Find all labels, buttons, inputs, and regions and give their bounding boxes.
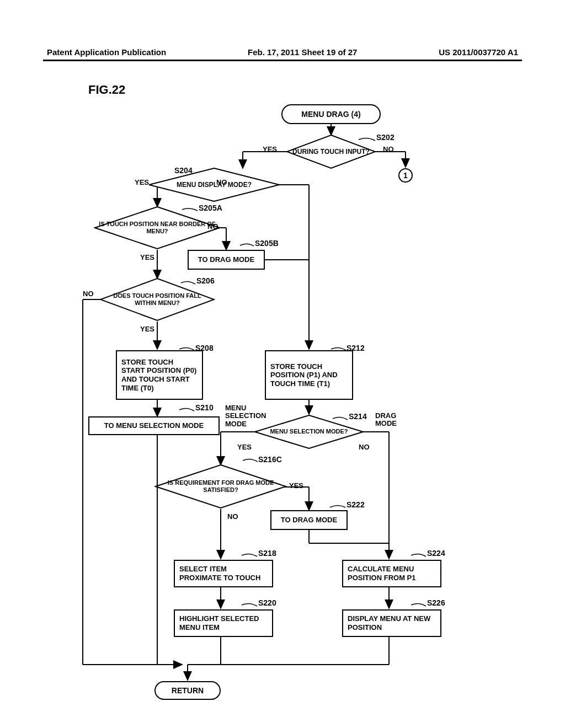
step-label-s205b: S205B [255,239,279,248]
branch-label-drag-mode: DRAG MODE [375,412,408,428]
step-label-s216c: S216C [258,455,282,464]
label-yes: YES [289,481,303,490]
header-rule [43,60,522,61]
figure-label: FIG.22 [88,83,125,97]
step-label-s212: S212 [347,344,365,352]
decision-s214-text: MENU SELECTION MODE? [265,428,352,435]
decision-s216c: IS REQUIREMENT FOR DRAG MODE SATISFIED? [154,464,287,509]
decision-s202-text: DURING TOUCH INPUT? [288,148,374,156]
step-label-s214: S214 [349,412,367,421]
step-label-s222: S222 [347,500,365,509]
step-label-s226: S226 [427,598,445,607]
decision-s216c-text: IS REQUIREMENT FOR DRAG MODE SATISFIED? [154,479,287,494]
process-s224: CALCULATE MENU POSITION FROM P1 [342,560,441,587]
step-label-s224: S224 [427,549,445,558]
process-s218: SELECT ITEM PROXIMATE TO TOUCH [174,560,273,587]
process-s208: STORE TOUCH START POSITION (P0) AND TOUC… [116,350,203,400]
decision-s202: DURING TOUCH INPUT? [286,134,376,169]
label-yes: YES [140,253,154,261]
header-center: Feb. 17, 2011 Sheet 19 of 27 [248,47,357,57]
label-yes: YES [140,325,154,333]
label-no: NO [83,290,94,298]
process-s205b: TO DRAG MODE [188,250,265,270]
step-label-s205a: S205A [199,204,222,212]
label-yes: YES [237,443,252,451]
flowchart-diagram: MENU DRAG (4) DURING TOUCH INPUT? YES NO… [77,102,491,703]
process-s222: TO DRAG MODE [270,510,348,530]
terminal-return: RETURN [154,681,221,700]
step-label-s208: S208 [195,344,214,352]
page-header: Patent Application Publication Feb. 17, … [47,47,518,57]
step-label-s204: S204 [174,166,193,175]
process-s226: DISPLAY MENU AT NEW POSITION [342,609,441,637]
branch-label-menu-selection: MENU SELECTION MODE [225,404,269,428]
label-yes: YES [263,145,277,153]
label-no: NO [359,443,370,451]
connector-1: 1 [398,168,413,183]
label-yes: YES [135,178,149,186]
process-s212: STORE TOUCH POSITION (P1) AND TOUCH TIME… [265,350,353,400]
page: Patent Application Publication Feb. 17, … [0,0,565,728]
decision-s205a: IS TOUCH POSITION NEAR BORDER OF MENU? [94,206,221,250]
decision-s214: MENU SELECTION MODE? [254,414,364,449]
label-no: NO [227,512,238,521]
decision-s206-text: DOES TOUCH POSITION FALL WITHIN MENU? [99,292,215,307]
decision-s204-text: MENU DISPLAY MODE? [172,181,256,189]
decision-s205a-text: IS TOUCH POSITION NEAR BORDER OF MENU? [94,221,221,235]
step-label-s206: S206 [196,276,215,285]
header-left: Patent Application Publication [47,47,166,57]
step-label-s218: S218 [258,549,276,558]
process-s210: TO MENU SELECTION MODE [88,416,220,435]
step-label-s220: S220 [258,598,276,607]
step-label-s202: S202 [376,133,395,142]
header-right: US 2011/0037720 A1 [439,47,518,57]
terminal-start: MENU DRAG (4) [281,104,381,124]
label-no: NO [383,145,394,153]
decision-s204: MENU DISPLAY MODE? [148,167,280,202]
process-s220: HIGHLIGHT SELECTED MENU ITEM [174,609,273,637]
step-label-s210: S210 [195,403,214,412]
